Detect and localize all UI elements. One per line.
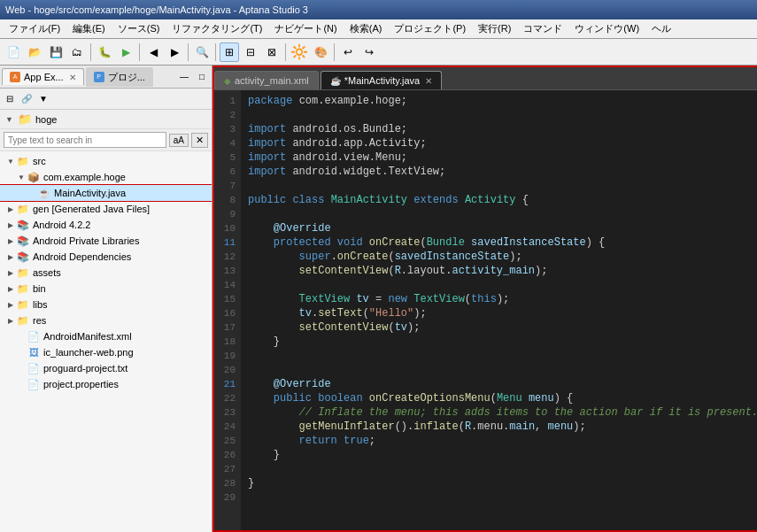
tree-item-mainactivity[interactable]: ☕ MainActivity.java xyxy=(0,185,212,201)
line-num-17: 17 xyxy=(220,320,236,335)
title-text: Web - hoge/src/com/example/hoge/MainActi… xyxy=(5,4,308,15)
toolbar-sep-6 xyxy=(334,43,335,61)
menu-project[interactable]: プロジェクト(P) xyxy=(389,20,471,37)
tab-activity-main-xml[interactable]: ◆ activity_main.xml xyxy=(214,71,319,89)
tree-item-src[interactable]: ▼ 📁 src xyxy=(0,153,212,169)
tree-item-bin[interactable]: ▶ 📁 bin xyxy=(0,281,212,297)
search-input[interactable] xyxy=(4,132,166,148)
main-layout: A App Ex... ✕ P プロジ... — □ ⊟ 🔗 ▼ ▼ 📁 hog… xyxy=(0,66,757,532)
tree-item-proguard[interactable]: 📄 proguard-project.txt xyxy=(0,360,212,376)
tree-item-launcher[interactable]: 🖼 ic_launcher-web.png xyxy=(0,344,212,360)
tree-item-manifest[interactable]: 📄 AndroidManifest.xml xyxy=(0,328,212,344)
editor-panel: ◆ activity_main.xml ☕ *MainActivity.java… xyxy=(212,66,757,532)
package-icon: 📦 xyxy=(27,170,41,184)
save-button[interactable]: 💾 xyxy=(46,42,66,62)
search-button[interactable]: 🔍 xyxy=(192,42,212,62)
tree-item-gen[interactable]: ▶ 📁 gen [Generated Java Files] xyxy=(0,201,212,217)
mainactivity-java-icon: ☕ xyxy=(37,186,51,200)
search-clear-btn[interactable]: ✕ xyxy=(191,133,208,148)
menu-command[interactable]: コマンド xyxy=(518,20,568,37)
menu-source[interactable]: ソース(S) xyxy=(112,20,166,37)
back-button[interactable]: ◀ xyxy=(143,42,163,62)
toolbar-sep-1 xyxy=(90,43,91,61)
left-panel: A App Ex... ✕ P プロジ... — □ ⊟ 🔗 ▼ ▼ 📁 hog… xyxy=(0,66,212,532)
maximize-panel-btn[interactable]: □ xyxy=(194,69,210,85)
panel-menu-btn[interactable]: ▼ xyxy=(35,91,51,107)
tab-project-label: プロジ... xyxy=(108,71,145,84)
tab-activity-main-xml-label: activity_main.xml xyxy=(235,75,309,86)
menu-run[interactable]: 実行(R) xyxy=(473,20,516,37)
tree-label-launcher: ic_launcher-web.png xyxy=(43,347,134,358)
line-num-29: 29 xyxy=(220,490,236,505)
tab-project[interactable]: P プロジ... xyxy=(86,67,153,87)
toolbar-sep-2 xyxy=(139,43,140,61)
tab-app-explorer-label: App Ex... xyxy=(24,72,64,82)
perspective-btn[interactable]: ⊞ xyxy=(220,42,239,62)
link-editor-btn[interactable]: 🔗 xyxy=(19,91,35,107)
launcher-icon: 🖼 xyxy=(27,345,41,359)
tree-label-assets: assets xyxy=(33,267,61,278)
tree-label-proguard: proguard-project.txt xyxy=(43,363,127,374)
minimize-panel-btn[interactable]: — xyxy=(176,69,192,85)
tab-mainactivity-close[interactable]: ✕ xyxy=(425,76,432,86)
menu-help[interactable]: ヘル xyxy=(646,20,676,37)
tree-item-package[interactable]: ▼ 📦 com.example.hoge xyxy=(0,169,212,185)
tree-item-libs[interactable]: ▶ 📁 libs xyxy=(0,297,212,312)
toolbar: 📄 📂 💾 🗂 🐛 ▶ ◀ ▶ 🔍 ⊞ ⊟ ⊠ 🔆 🎨 ↩ ↪ xyxy=(0,39,757,66)
project-collapse-arrow: ▼ xyxy=(5,115,13,124)
code-editor: 1 2 3 4 5 6 7 8 9 10 11 12 13 14 15 16 1… xyxy=(214,90,757,530)
undo-btn[interactable]: ↩ xyxy=(338,42,358,62)
libs-icon: 📁 xyxy=(16,297,30,312)
menu-window[interactable]: ウィンドウ(W) xyxy=(569,20,645,37)
tab-mainactivity-java[interactable]: ☕ *MainActivity.java ✕ xyxy=(321,71,442,89)
line-num-12: 12 xyxy=(220,250,236,264)
code-content[interactable]: package com.example.hoge; import android… xyxy=(241,90,757,530)
line-num-28: 28 xyxy=(220,476,236,490)
collapse-all-btn[interactable]: ⊟ xyxy=(2,91,18,107)
line-num-11: 11 xyxy=(220,235,236,250)
line-num-2: 2 xyxy=(220,108,236,122)
tree-label-gen: gen [Generated Java Files] xyxy=(33,204,150,214)
launcher-expand-arrow xyxy=(16,347,27,358)
new-button[interactable]: 📄 xyxy=(4,42,23,62)
gen-expand-arrow: ▶ xyxy=(5,204,16,214)
menu-edit[interactable]: 編集(E) xyxy=(67,20,111,37)
line-num-19: 19 xyxy=(220,349,236,363)
tree-item-res[interactable]: ▶ 📁 res xyxy=(0,312,212,328)
line-num-27: 27 xyxy=(220,462,236,476)
forward-button[interactable]: ▶ xyxy=(165,42,184,62)
tree-item-properties[interactable]: 📄 project.properties xyxy=(0,376,212,392)
res-icon: 📁 xyxy=(16,313,30,328)
tree-item-assets[interactable]: ▶ 📁 assets xyxy=(0,265,212,281)
tree-label-private-libs: Android Private Libraries xyxy=(33,235,139,246)
project-label[interactable]: ▼ 📁 hoge xyxy=(0,110,212,129)
line-num-14: 14 xyxy=(220,278,236,292)
tab-app-explorer-close[interactable]: ✕ xyxy=(69,73,76,82)
debug-button[interactable]: 🐛 xyxy=(95,42,114,62)
redo-btn[interactable]: ↪ xyxy=(359,42,379,62)
menu-search[interactable]: 検索(A) xyxy=(344,20,388,37)
menu-navigate[interactable]: ナビゲート(N) xyxy=(269,20,342,37)
run-button[interactable]: ▶ xyxy=(116,42,135,62)
deps-expand-arrow: ▶ xyxy=(5,251,16,262)
save-all-button[interactable]: 🗂 xyxy=(67,42,87,62)
search-aa-btn[interactable]: aA xyxy=(169,134,189,147)
line-num-9: 9 xyxy=(220,207,236,221)
menu-file[interactable]: ファイル(F) xyxy=(4,20,66,37)
tree-item-deps[interactable]: ▶ 📚 Android Dependencies xyxy=(0,249,212,265)
proguard-icon: 📄 xyxy=(27,361,41,375)
tree-label-libs: libs xyxy=(33,299,48,310)
tree-item-android422[interactable]: ▶ 📚 Android 4.2.2 xyxy=(0,217,212,233)
tab-app-explorer[interactable]: A App Ex... ✕ xyxy=(2,68,84,85)
project-icon: P xyxy=(94,72,104,82)
open-button[interactable]: 📂 xyxy=(25,42,44,62)
bin-expand-arrow: ▶ xyxy=(5,283,16,294)
perspective-btn2[interactable]: ⊟ xyxy=(241,42,260,62)
help-btn[interactable]: 🔆 xyxy=(290,42,309,62)
tree-item-private-libs[interactable]: ▶ 📚 Android Private Libraries xyxy=(0,233,212,249)
palette-btn[interactable]: 🎨 xyxy=(311,42,330,62)
menu-refactor[interactable]: リファクタリング(T) xyxy=(166,20,267,37)
tree-label-res: res xyxy=(33,315,46,326)
perspective-btn3[interactable]: ⊠ xyxy=(262,42,282,62)
editor-tabs: ◆ activity_main.xml ☕ *MainActivity.java… xyxy=(214,67,757,90)
